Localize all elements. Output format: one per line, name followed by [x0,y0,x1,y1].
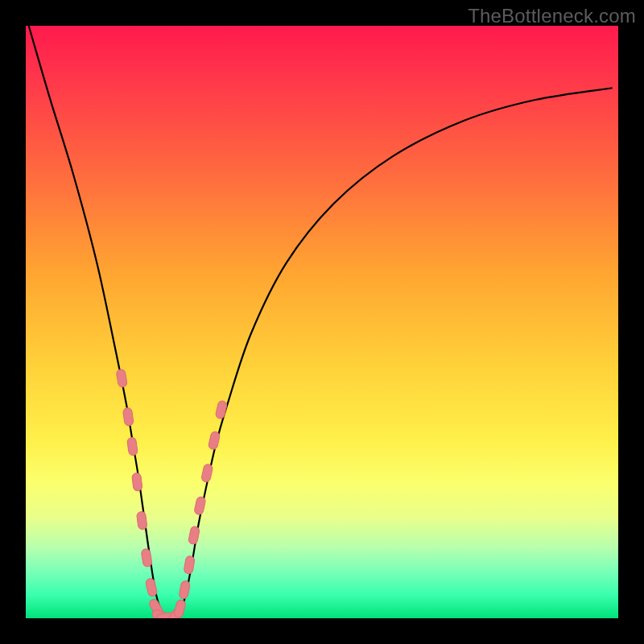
bottleneck-curve [29,26,613,618]
plot-area [26,26,618,618]
marker-pill [145,578,158,597]
marker-pill [132,473,143,491]
marker-pill [148,597,164,617]
chart-svg [26,26,618,618]
marker-pill [127,437,138,456]
marker-pill [167,607,184,618]
marker-pill [141,548,152,567]
outer-frame: TheBottleneck.com [0,0,644,644]
marker-pill [188,526,200,545]
marker-pill [156,612,175,618]
marker-pill [184,555,195,574]
marker-pill [151,609,171,618]
markers-group [116,369,228,618]
marker-pill [215,400,228,419]
marker-pill [194,496,206,515]
curve-group [29,26,613,618]
watermark-text: TheBottleneck.com [468,5,636,27]
marker-pill [208,431,221,450]
marker-pill [136,511,147,530]
marker-pill [122,407,134,426]
marker-pill [116,369,128,388]
marker-pill [173,599,186,618]
marker-pill [201,464,213,483]
marker-pill [179,580,191,600]
